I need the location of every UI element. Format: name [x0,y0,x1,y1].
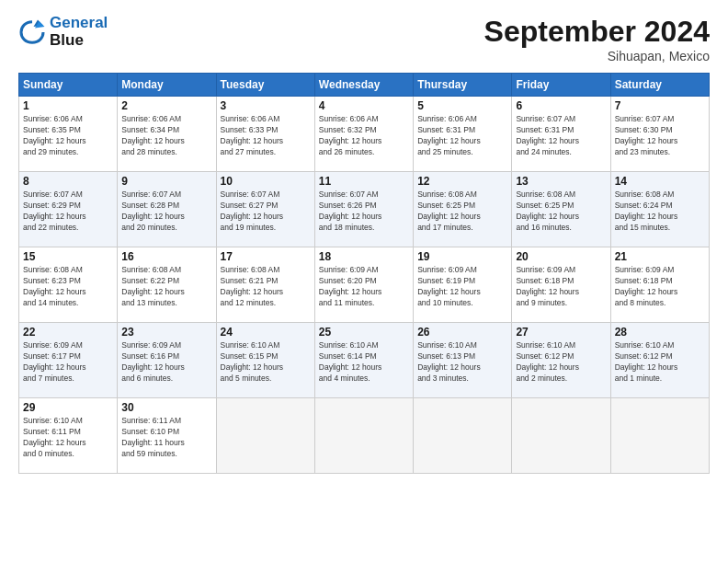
day-number: 5 [417,99,507,112]
page: General Blue September 2024 Sihuapan, Me… [0,0,728,563]
month-title: September 2024 [484,15,710,49]
logo-text: General Blue [50,15,108,49]
calendar-empty-cell [216,398,314,474]
calendar-day-cell: 12Sunrise: 6:08 AM Sunset: 6:25 PM Dayli… [414,172,512,247]
day-info: Sunrise: 6:06 AM Sunset: 6:31 PM Dayligh… [417,114,507,158]
calendar-day-cell: 18Sunrise: 6:09 AM Sunset: 6:20 PM Dayli… [314,247,413,323]
calendar-day-cell: 28Sunrise: 6:10 AM Sunset: 6:12 PM Dayli… [610,323,709,398]
calendar-header-row: SundayMondayTuesdayWednesdayThursdayFrid… [19,74,710,97]
day-number: 28 [615,326,705,339]
day-number: 3 [221,99,311,112]
col-header-monday: Monday [118,74,216,97]
calendar-day-cell: 26Sunrise: 6:10 AM Sunset: 6:13 PM Dayli… [414,323,512,398]
calendar-day-cell: 21Sunrise: 6:09 AM Sunset: 6:18 PM Dayli… [610,247,709,323]
calendar-day-cell: 6Sunrise: 6:07 AM Sunset: 6:31 PM Daylig… [512,97,610,172]
day-info: Sunrise: 6:06 AM Sunset: 6:35 PM Dayligh… [23,114,113,158]
col-header-sunday: Sunday [19,74,118,97]
day-info: Sunrise: 6:07 AM Sunset: 6:28 PM Dayligh… [121,190,211,234]
day-number: 25 [319,326,409,339]
day-number: 24 [221,326,311,339]
calendar-day-cell: 15Sunrise: 6:08 AM Sunset: 6:23 PM Dayli… [19,247,118,323]
day-number: 15 [23,250,113,263]
calendar-day-cell: 5Sunrise: 6:06 AM Sunset: 6:31 PM Daylig… [414,97,512,172]
logo-icon [18,18,46,46]
day-number: 8 [23,175,113,188]
day-number: 10 [221,175,311,188]
calendar-week-row: 1Sunrise: 6:06 AM Sunset: 6:35 PM Daylig… [19,97,710,172]
calendar-day-cell: 25Sunrise: 6:10 AM Sunset: 6:14 PM Dayli… [314,323,413,398]
col-header-wednesday: Wednesday [314,74,413,97]
location: Sihuapan, Mexico [484,49,710,63]
day-number: 7 [615,99,705,112]
header: General Blue September 2024 Sihuapan, Me… [18,15,710,63]
calendar-week-row: 29Sunrise: 6:10 AM Sunset: 6:11 PM Dayli… [19,398,710,474]
calendar-empty-cell [610,398,709,474]
calendar-empty-cell [414,398,512,474]
day-info: Sunrise: 6:08 AM Sunset: 6:25 PM Dayligh… [516,190,606,234]
calendar-day-cell: 13Sunrise: 6:08 AM Sunset: 6:25 PM Dayli… [512,172,610,247]
day-number: 29 [23,401,113,414]
day-info: Sunrise: 6:07 AM Sunset: 6:27 PM Dayligh… [221,190,311,234]
day-info: Sunrise: 6:07 AM Sunset: 6:30 PM Dayligh… [615,114,705,158]
day-info: Sunrise: 6:08 AM Sunset: 6:23 PM Dayligh… [23,265,113,309]
day-number: 1 [23,99,113,112]
day-info: Sunrise: 6:09 AM Sunset: 6:19 PM Dayligh… [417,265,507,309]
day-info: Sunrise: 6:10 AM Sunset: 6:12 PM Dayligh… [615,340,705,385]
day-info: Sunrise: 6:08 AM Sunset: 6:21 PM Dayligh… [221,265,311,309]
day-info: Sunrise: 6:09 AM Sunset: 6:16 PM Dayligh… [121,340,211,385]
day-info: Sunrise: 6:09 AM Sunset: 6:18 PM Dayligh… [615,265,705,309]
calendar-day-cell: 30Sunrise: 6:11 AM Sunset: 6:10 PM Dayli… [118,398,216,474]
calendar-day-cell: 10Sunrise: 6:07 AM Sunset: 6:27 PM Dayli… [216,172,314,247]
day-info: Sunrise: 6:09 AM Sunset: 6:20 PM Dayligh… [319,265,409,309]
day-number: 20 [516,250,606,263]
day-number: 17 [221,250,311,263]
day-number: 2 [121,99,211,112]
calendar-day-cell: 1Sunrise: 6:06 AM Sunset: 6:35 PM Daylig… [19,97,118,172]
calendar-day-cell: 22Sunrise: 6:09 AM Sunset: 6:17 PM Dayli… [19,323,118,398]
day-info: Sunrise: 6:08 AM Sunset: 6:25 PM Dayligh… [417,190,507,234]
calendar-day-cell: 14Sunrise: 6:08 AM Sunset: 6:24 PM Dayli… [610,172,709,247]
day-number: 4 [319,99,409,112]
day-number: 30 [121,401,211,414]
day-number: 27 [516,326,606,339]
logo: General Blue [18,15,108,49]
col-header-friday: Friday [512,74,610,97]
calendar-day-cell: 23Sunrise: 6:09 AM Sunset: 6:16 PM Dayli… [118,323,216,398]
day-number: 11 [319,175,409,188]
calendar-week-row: 8Sunrise: 6:07 AM Sunset: 6:29 PM Daylig… [19,172,710,247]
day-info: Sunrise: 6:07 AM Sunset: 6:26 PM Dayligh… [319,190,409,234]
day-info: Sunrise: 6:11 AM Sunset: 6:10 PM Dayligh… [121,416,211,460]
calendar-day-cell: 24Sunrise: 6:10 AM Sunset: 6:15 PM Dayli… [216,323,314,398]
day-info: Sunrise: 6:10 AM Sunset: 6:11 PM Dayligh… [23,416,113,460]
calendar-day-cell: 20Sunrise: 6:09 AM Sunset: 6:18 PM Dayli… [512,247,610,323]
calendar-day-cell: 4Sunrise: 6:06 AM Sunset: 6:32 PM Daylig… [314,97,413,172]
day-info: Sunrise: 6:10 AM Sunset: 6:12 PM Dayligh… [516,340,606,385]
calendar-day-cell: 29Sunrise: 6:10 AM Sunset: 6:11 PM Dayli… [19,398,118,474]
day-info: Sunrise: 6:08 AM Sunset: 6:24 PM Dayligh… [615,190,705,234]
calendar-day-cell: 16Sunrise: 6:08 AM Sunset: 6:22 PM Dayli… [118,247,216,323]
calendar-day-cell: 27Sunrise: 6:10 AM Sunset: 6:12 PM Dayli… [512,323,610,398]
calendar-day-cell: 8Sunrise: 6:07 AM Sunset: 6:29 PM Daylig… [19,172,118,247]
day-info: Sunrise: 6:10 AM Sunset: 6:15 PM Dayligh… [221,340,311,385]
day-number: 26 [417,326,507,339]
day-number: 16 [121,250,211,263]
day-info: Sunrise: 6:09 AM Sunset: 6:17 PM Dayligh… [23,340,113,385]
calendar-empty-cell [512,398,610,474]
col-header-saturday: Saturday [610,74,709,97]
calendar-day-cell: 7Sunrise: 6:07 AM Sunset: 6:30 PM Daylig… [610,97,709,172]
title-block: September 2024 Sihuapan, Mexico [484,15,710,63]
day-info: Sunrise: 6:06 AM Sunset: 6:33 PM Dayligh… [221,114,311,158]
calendar-day-cell: 2Sunrise: 6:06 AM Sunset: 6:34 PM Daylig… [118,97,216,172]
day-number: 22 [23,326,113,339]
day-number: 13 [516,175,606,188]
day-number: 21 [615,250,705,263]
day-number: 6 [516,99,606,112]
calendar-week-row: 22Sunrise: 6:09 AM Sunset: 6:17 PM Dayli… [19,323,710,398]
day-info: Sunrise: 6:09 AM Sunset: 6:18 PM Dayligh… [516,265,606,309]
day-number: 9 [121,175,211,188]
calendar-table: SundayMondayTuesdayWednesdayThursdayFrid… [18,73,710,474]
day-info: Sunrise: 6:08 AM Sunset: 6:22 PM Dayligh… [121,265,211,309]
day-number: 23 [121,326,211,339]
day-info: Sunrise: 6:10 AM Sunset: 6:13 PM Dayligh… [417,340,507,385]
calendar-day-cell: 17Sunrise: 6:08 AM Sunset: 6:21 PM Dayli… [216,247,314,323]
